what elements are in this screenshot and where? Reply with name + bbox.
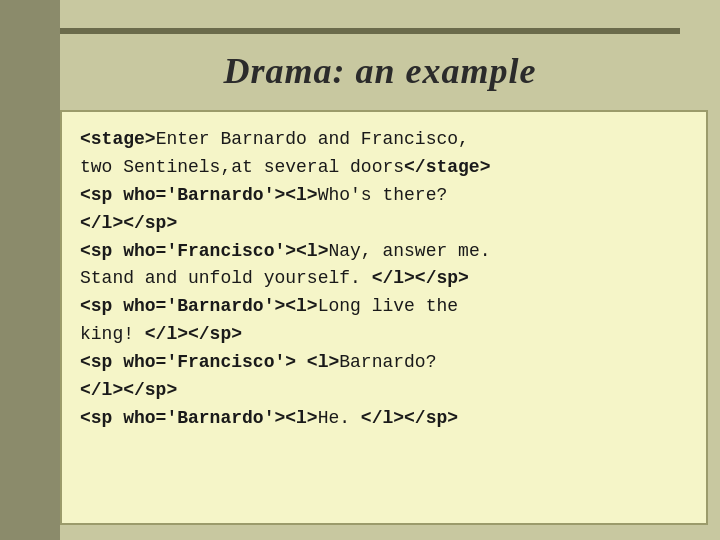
code-line: <sp who='Francisco'> <l>Barnardo? — [80, 349, 688, 377]
code-line: <sp who='Barnardo'><l>Who's there? — [80, 182, 688, 210]
xml-tag: </stage> — [404, 157, 490, 177]
xml-tag: </l></sp> — [80, 380, 177, 400]
xml-tag: <sp who='Barnardo'><l> — [80, 408, 318, 428]
xml-text: Stand and unfold yourself. — [80, 268, 372, 288]
page-title: Drama: an example — [224, 50, 537, 92]
code-line: <sp who='Barnardo'><l>Long live the — [80, 293, 688, 321]
xml-text: Enter Barnardo and Francisco, — [156, 129, 469, 149]
xml-text: Nay, answer me. — [328, 241, 490, 261]
xml-tag: <sp who='Barnardo'><l> — [80, 296, 318, 316]
xml-tag: </l></sp> — [80, 213, 177, 233]
xml-text: Who's there? — [318, 185, 448, 205]
left-accent-bar — [0, 0, 60, 540]
xml-text: two Sentinels,at several doors — [80, 157, 404, 177]
xml-tag: <sp who='Francisco'> <l> — [80, 352, 339, 372]
xml-tag: <stage> — [80, 129, 156, 149]
xml-tag: <sp who='Francisco'><l> — [80, 241, 328, 261]
code-line: king! </l></sp> — [80, 321, 688, 349]
code-content: <stage>Enter Barnardo and Francisco,two … — [80, 126, 688, 433]
xml-text: Barnardo? — [339, 352, 436, 372]
xml-text: king! — [80, 324, 145, 344]
xml-tag: </l></sp> — [372, 268, 469, 288]
content-box: <stage>Enter Barnardo and Francisco,two … — [60, 110, 708, 525]
title-area: Drama: an example — [60, 10, 700, 92]
code-line: two Sentinels,at several doors</stage> — [80, 154, 688, 182]
xml-tag: <sp who='Barnardo'><l> — [80, 185, 318, 205]
code-line: </l></sp> — [80, 210, 688, 238]
code-line: <stage>Enter Barnardo and Francisco, — [80, 126, 688, 154]
xml-text: He. — [318, 408, 361, 428]
xml-tag: </l></sp> — [361, 408, 458, 428]
code-line: <sp who='Francisco'><l>Nay, answer me. — [80, 238, 688, 266]
code-line: </l></sp> — [80, 377, 688, 405]
code-line: <sp who='Barnardo'><l>He. </l></sp> — [80, 405, 688, 433]
xml-text: Long live the — [318, 296, 458, 316]
xml-tag: </l></sp> — [145, 324, 242, 344]
code-line: Stand and unfold yourself. </l></sp> — [80, 265, 688, 293]
